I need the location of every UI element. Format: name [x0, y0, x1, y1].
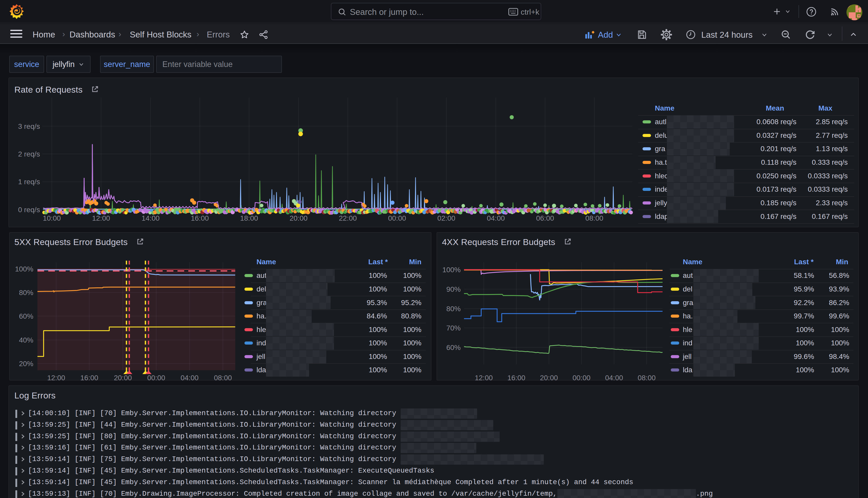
- svg-text:16:00: 16:00: [507, 374, 525, 382]
- svg-text:16:00: 16:00: [80, 374, 98, 382]
- svg-text:20:00: 20:00: [114, 374, 132, 382]
- svg-text:22:00: 22:00: [339, 214, 357, 222]
- svg-text:04:00: 04:00: [181, 374, 199, 382]
- svg-text:02:00: 02:00: [437, 214, 455, 222]
- svg-text:08:00: 08:00: [585, 214, 603, 222]
- svg-text:90%: 90%: [446, 285, 461, 293]
- svg-text:3 req/s: 3 req/s: [18, 122, 40, 130]
- svg-text:00:00: 00:00: [147, 374, 165, 382]
- svg-text:20:00: 20:00: [540, 374, 558, 382]
- svg-text:10:00: 10:00: [43, 214, 61, 222]
- svg-text:20:00: 20:00: [290, 214, 308, 222]
- svg-text:12:00: 12:00: [475, 374, 493, 382]
- svg-text:08:00: 08:00: [214, 374, 232, 382]
- svg-text:14:00: 14:00: [142, 214, 160, 222]
- svg-text:06:00: 06:00: [536, 214, 554, 222]
- svg-text:100%: 100%: [15, 265, 34, 273]
- svg-text:04:00: 04:00: [487, 214, 505, 222]
- svg-text:100%: 100%: [442, 266, 461, 274]
- svg-text:1 req/s: 1 req/s: [18, 178, 40, 186]
- svg-text:80%: 80%: [446, 305, 461, 313]
- svg-text:0 req/s: 0 req/s: [18, 206, 40, 214]
- svg-text:60%: 60%: [19, 312, 34, 320]
- svg-text:40%: 40%: [19, 336, 34, 344]
- svg-text:80%: 80%: [19, 289, 34, 297]
- svg-text:12:00: 12:00: [47, 374, 65, 382]
- svg-text:12:00: 12:00: [92, 214, 110, 222]
- svg-text:00:00: 00:00: [388, 214, 406, 222]
- svg-text:20%: 20%: [19, 360, 34, 368]
- svg-text:70%: 70%: [446, 324, 461, 332]
- svg-text:2 req/s: 2 req/s: [18, 150, 40, 158]
- svg-text:08:00: 08:00: [638, 374, 656, 382]
- svg-text:16:00: 16:00: [191, 214, 209, 222]
- svg-text:18:00: 18:00: [240, 214, 258, 222]
- svg-text:04:00: 04:00: [605, 374, 623, 382]
- svg-text:00:00: 00:00: [573, 374, 590, 382]
- svg-text:60%: 60%: [446, 343, 461, 352]
